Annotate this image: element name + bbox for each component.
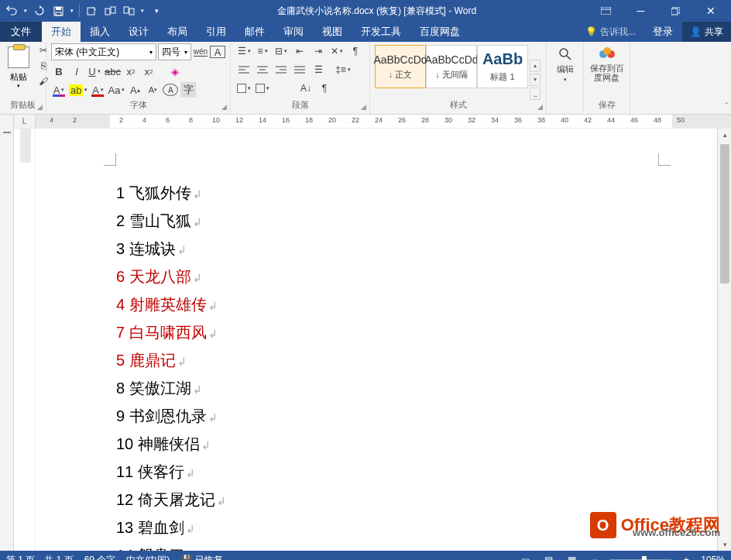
underline-button[interactable]: U <box>87 64 102 79</box>
styles-up-button[interactable]: ▴ <box>530 60 541 72</box>
qat-dropdown[interactable]: ▾ <box>139 2 146 19</box>
line-spacing-button[interactable]: ‡≡ <box>335 62 352 77</box>
save-dropdown[interactable]: ▾ <box>68 2 76 19</box>
find-button[interactable]: 编辑 ▾ <box>557 46 574 83</box>
justify-button[interactable] <box>291 62 308 77</box>
align-center-button[interactable] <box>254 62 271 77</box>
qat-button-3[interactable] <box>120 2 137 19</box>
strikethrough-button[interactable]: abc <box>105 64 121 79</box>
tab-引用[interactable]: 引用 <box>197 22 235 42</box>
bold-button[interactable]: B <box>51 64 67 79</box>
zoom-out-button[interactable]: − <box>586 553 603 560</box>
clear-formatting-button[interactable]: ◈ <box>167 64 183 79</box>
font-color-button[interactable]: A <box>90 82 105 98</box>
web-layout-button[interactable]: ▦ <box>563 553 580 560</box>
doc-line[interactable]: 14 鸳鸯刀↲ <box>116 542 717 551</box>
paragraph-launcher[interactable]: ◢ <box>361 103 366 111</box>
minimize-button[interactable]: ─ <box>623 0 658 22</box>
doc-line[interactable]: 3 连城诀↲ <box>116 235 717 263</box>
style-↓ 无间隔[interactable]: AaBbCcDd↓ 无间隔 <box>426 45 477 88</box>
document-body[interactable]: 1 飞狐外传↲2 雪山飞狐↲3 连城诀↲6 天龙八部↲4 射雕英雄传↲7 白马啸… <box>36 143 717 551</box>
tab-审阅[interactable]: 审阅 <box>274 22 313 42</box>
ruler-horizontal[interactable]: L 42246810121416182022242628303234363840… <box>0 115 731 129</box>
doc-line[interactable]: 11 侠客行↲ <box>116 459 717 486</box>
subscript-button[interactable]: x2 <box>123 64 139 79</box>
bullets-button[interactable]: ☰ <box>235 43 252 59</box>
tab-开始[interactable]: 开始 <box>42 22 81 42</box>
doc-line[interactable]: 12 倚天屠龙记↲ <box>116 486 717 514</box>
doc-line[interactable]: 2 雪山飞狐↲ <box>116 208 717 235</box>
tell-me-search[interactable]: 💡 告诉我... <box>578 22 643 42</box>
tab-邮件[interactable]: 邮件 <box>235 22 274 42</box>
scroll-thumb[interactable] <box>720 144 729 283</box>
qat-customize[interactable]: ▾ <box>148 2 165 19</box>
asian-layout-button[interactable]: ✕ <box>328 43 345 59</box>
font-name-combo[interactable]: 宋体 (中文正文)▾ <box>51 43 156 60</box>
close-button[interactable]: ✕ <box>693 0 728 22</box>
doc-line[interactable]: 10 神雕侠侣↲ <box>116 431 717 459</box>
character-border-button[interactable]: A <box>210 46 225 58</box>
print-layout-button[interactable]: ▤ <box>540 553 557 560</box>
tab-插入[interactable]: 插入 <box>81 22 119 42</box>
login-button[interactable]: 登录 <box>643 22 682 42</box>
paste-button[interactable]: 粘贴 ▾ <box>5 43 33 92</box>
show-marks-button[interactable]: ¶ <box>347 43 364 59</box>
font-size-combo[interactable]: 四号▾ <box>158 43 191 60</box>
word-count[interactable]: 69 个字 <box>84 554 116 561</box>
tab-视图[interactable]: 视图 <box>313 22 352 42</box>
shrink-font-button[interactable]: A▾ <box>145 82 160 98</box>
redo-button[interactable] <box>31 2 48 19</box>
ribbon-display-button[interactable] <box>589 0 623 22</box>
clipboard-launcher[interactable]: ◢ <box>37 103 43 111</box>
doc-line[interactable]: 4 射雕英雄传↲ <box>116 291 717 319</box>
styles-launcher[interactable]: ◢ <box>537 103 543 111</box>
multilevel-button[interactable]: ⊟ <box>273 43 290 59</box>
tab-布局[interactable]: 布局 <box>158 22 197 42</box>
qat-button-2[interactable] <box>101 2 118 19</box>
phonetic-guide-button[interactable]: wén <box>193 44 208 60</box>
tab-百度网盘[interactable]: 百度网盘 <box>410 22 469 42</box>
recovered-indicator[interactable]: 💾 已恢复 <box>180 554 222 561</box>
font-launcher[interactable]: ◢ <box>221 103 227 111</box>
increase-indent-button[interactable]: ⇥ <box>310 43 327 59</box>
tab-开发工具[interactable]: 开发工具 <box>352 22 410 42</box>
zoom-level[interactable]: 105% <box>701 555 725 560</box>
save-to-baidu-button[interactable]: 保存到百度网盘 <box>589 45 625 82</box>
collapse-ribbon-button[interactable]: ˇ <box>725 101 728 111</box>
document-page[interactable]: 1 飞狐外传↲2 雪山飞狐↲3 连城诀↲6 天龙八部↲4 射雕英雄传↲7 白马啸… <box>36 129 717 551</box>
scroll-up-button[interactable]: ▴ <box>718 129 731 141</box>
numbering-button[interactable]: ≡ <box>254 43 271 59</box>
show-all-button[interactable]: ¶ <box>316 81 333 96</box>
page-indicator[interactable]: 第 1 页，共 1 页 <box>6 554 74 561</box>
borders-button[interactable] <box>254 81 271 96</box>
nav-pane-collapsed[interactable] <box>0 129 14 551</box>
language-indicator[interactable]: 中文(中国) <box>126 554 170 561</box>
doc-line[interactable]: 5 鹿鼎记↲ <box>116 347 717 375</box>
char-shading-button[interactable]: Aa <box>108 82 125 98</box>
distribute-button[interactable]: ☰ <box>310 62 327 77</box>
tab-设计[interactable]: 设计 <box>119 22 158 42</box>
save-button[interactable] <box>50 2 67 19</box>
style-标题 1[interactable]: AaBb标题 1 <box>477 45 528 88</box>
decrease-indent-button[interactable]: ⇤ <box>291 43 308 59</box>
char-shading-2-button[interactable]: 字 <box>180 82 196 98</box>
read-mode-button[interactable]: ▭ <box>517 553 534 560</box>
doc-line[interactable]: 1 飞狐外传↲ <box>116 180 717 208</box>
style-↓ 正文[interactable]: AaBbCcDd↓ 正文 <box>375 45 426 88</box>
enclose-char-button[interactable]: A <box>163 84 178 96</box>
scroll-down-button[interactable]: ▾ <box>718 538 731 551</box>
doc-line[interactable]: 7 白马啸西风↲ <box>116 319 717 347</box>
text-effects-button[interactable]: A <box>51 82 67 98</box>
share-button[interactable]: 👤 共享 <box>682 22 731 42</box>
shading-button[interactable] <box>235 81 252 96</box>
align-right-button[interactable] <box>273 62 290 77</box>
doc-line[interactable]: 9 书剑恩仇录↲ <box>116 403 717 431</box>
restore-button[interactable] <box>658 0 693 22</box>
styles-down-button[interactable]: ▾ <box>530 74 541 86</box>
file-tab[interactable]: 文件 <box>0 22 42 42</box>
italic-button[interactable]: I <box>69 64 84 79</box>
undo-button[interactable] <box>3 2 20 19</box>
doc-line[interactable]: 8 笑傲江湖↲ <box>116 375 717 403</box>
undo-dropdown[interactable]: ▾ <box>22 2 29 19</box>
doc-line[interactable]: 6 天龙八部↲ <box>116 263 717 291</box>
